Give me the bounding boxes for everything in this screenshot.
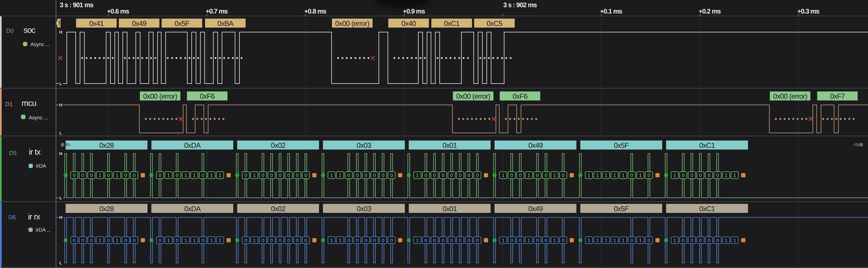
- svg-text:0: 0: [133, 172, 136, 178]
- svg-text:1: 1: [167, 238, 170, 243]
- svg-text:0: 0: [467, 172, 470, 178]
- svg-text:0: 0: [510, 238, 513, 243]
- svg-text:1: 1: [184, 172, 187, 178]
- svg-text:0: 0: [716, 238, 719, 243]
- svg-text:1: 1: [613, 238, 616, 243]
- svg-text:0: 0: [450, 172, 453, 178]
- svg-text:0: 0: [390, 172, 393, 178]
- svg-text:0: 0: [425, 172, 427, 178]
- svg-text:1: 1: [588, 238, 590, 243]
- svg-text:L: L: [59, 261, 62, 266]
- svg-text:0: 0: [519, 172, 522, 178]
- svg-text:0: 0: [699, 238, 702, 243]
- svg-text:+0.3 ms: +0.3 ms: [797, 8, 819, 15]
- svg-text:0: 0: [176, 238, 179, 243]
- svg-text:1: 1: [553, 238, 556, 243]
- svg-text:0: 0: [90, 238, 93, 243]
- svg-text:0: 0: [442, 172, 444, 178]
- svg-text:1: 1: [416, 172, 418, 178]
- svg-text:1: 1: [528, 172, 530, 178]
- svg-text:1: 1: [253, 172, 256, 178]
- svg-text:0: 0: [347, 172, 350, 178]
- svg-text:1: 1: [622, 172, 624, 178]
- svg-text:0x5F: 0x5F: [614, 141, 628, 150]
- svg-text:0: 0: [202, 172, 204, 178]
- svg-text:0: 0: [296, 172, 299, 178]
- svg-text:0: 0: [364, 238, 367, 243]
- svg-text:1: 1: [210, 238, 213, 243]
- svg-text:0: 0: [244, 238, 247, 243]
- svg-text:0: 0: [279, 172, 282, 178]
- svg-text:1: 1: [116, 172, 118, 178]
- svg-text:1: 1: [330, 238, 333, 243]
- svg-text:0: 0: [648, 238, 650, 243]
- svg-text:1: 1: [98, 238, 101, 243]
- svg-text:0: 0: [433, 238, 436, 243]
- svg-text:H: H: [59, 30, 62, 35]
- svg-text:1: 1: [167, 172, 170, 178]
- svg-text:0x02: 0x02: [271, 141, 285, 150]
- svg-text:0xF6: 0xF6: [513, 92, 528, 100]
- svg-text:1: 1: [416, 238, 418, 243]
- svg-text:D0: D0: [6, 28, 14, 34]
- svg-text:0: 0: [425, 238, 427, 243]
- svg-text:ir rx: ir rx: [28, 212, 40, 221]
- svg-text:+0.2 ms: +0.2 ms: [699, 8, 721, 15]
- svg-text:0: 0: [682, 172, 685, 178]
- svg-text:0: 0: [90, 172, 93, 178]
- svg-text:0: 0: [459, 238, 462, 243]
- svg-text:0: 0: [82, 172, 84, 178]
- svg-text:0: 0: [716, 172, 719, 178]
- svg-text:0: 0: [690, 172, 693, 178]
- svg-text:0: 0: [356, 172, 359, 178]
- svg-text:0: 0: [73, 238, 76, 243]
- svg-text:0: 0: [304, 172, 307, 178]
- svg-text:0: 0: [107, 172, 110, 178]
- svg-text:3 s : 901 ms: 3 s : 901 ms: [60, 1, 94, 9]
- svg-text:0: 0: [510, 172, 513, 178]
- svg-text:H: H: [59, 103, 62, 108]
- svg-text:0x00 (error): 0x00 (error): [456, 92, 490, 100]
- svg-text:Async ...: Async ...: [31, 42, 50, 48]
- svg-text:0: 0: [270, 238, 273, 243]
- svg-text:0: 0: [356, 238, 359, 243]
- svg-text:0: 0: [562, 238, 564, 243]
- svg-text:L: L: [59, 131, 62, 136]
- svg-text:0: 0: [708, 238, 710, 243]
- svg-text:0xC1: 0xC1: [699, 141, 715, 150]
- svg-text:1: 1: [502, 238, 504, 243]
- svg-text:0xC1: 0xC1: [699, 205, 715, 213]
- svg-text:1: 1: [734, 238, 736, 243]
- svg-text:mcu: mcu: [22, 99, 36, 108]
- svg-text:0: 0: [82, 238, 84, 243]
- svg-text:0xDA: 0xDA: [184, 205, 201, 213]
- svg-text:1: 1: [330, 172, 333, 178]
- svg-text:0: 0: [382, 172, 384, 178]
- svg-text:0xC5: 0xC5: [487, 19, 502, 28]
- svg-text:0: 0: [270, 172, 273, 178]
- svg-text:0xC1: 0xC1: [444, 19, 460, 28]
- svg-text:+0.7 ms: +0.7 ms: [206, 8, 228, 15]
- svg-text:0: 0: [699, 172, 702, 178]
- svg-text:0x41: 0x41: [89, 19, 104, 28]
- svg-text:1: 1: [218, 172, 221, 178]
- svg-text:0: 0: [124, 238, 127, 243]
- svg-text:0x28: 0x28: [99, 141, 114, 150]
- svg-text:0x02: 0x02: [271, 205, 285, 213]
- svg-text:0x01: 0x01: [442, 141, 457, 150]
- svg-text:1: 1: [604, 238, 608, 243]
- svg-text:0: 0: [261, 172, 264, 178]
- svg-text:1: 1: [218, 238, 221, 243]
- svg-text:L: L: [59, 196, 62, 200]
- svg-text:0: 0: [364, 172, 367, 178]
- svg-text:0x00 (error): 0x00 (error): [143, 92, 177, 100]
- svg-text:0: 0: [690, 238, 693, 243]
- svg-text:0x03: 0x03: [356, 205, 371, 213]
- svg-text:1: 1: [98, 172, 101, 178]
- svg-text:+0.1 ms: +0.1 ms: [600, 8, 622, 15]
- svg-text:0: 0: [176, 172, 179, 178]
- svg-text:0: 0: [347, 238, 350, 243]
- svg-text:D5: D5: [9, 150, 17, 156]
- svg-text:1: 1: [622, 238, 624, 243]
- svg-text:0: 0: [630, 172, 633, 178]
